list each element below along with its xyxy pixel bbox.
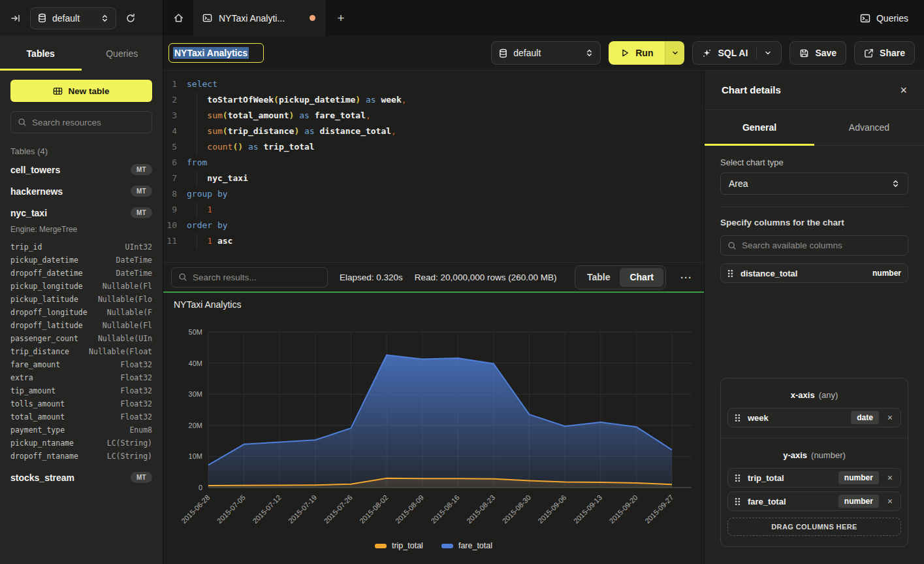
code-text: group by [187, 186, 228, 202]
column-name: passenger_count [10, 332, 78, 345]
table-view-toggle[interactable]: Table [577, 268, 620, 287]
column-type: Float32 [121, 384, 152, 397]
table-item-stocks-stream[interactable]: stocks_stream MT [0, 467, 163, 488]
column-type: DateTime [116, 254, 152, 267]
code-line[interactable]: 2 toStartOfWeek(pickup_datetime) as week… [163, 92, 704, 108]
chart-type-select[interactable]: Area [720, 173, 908, 195]
sidebar-tabs: Tables Queries [0, 36, 163, 71]
active-query-tab[interactable]: NYTaxi Analyti... [193, 0, 325, 36]
code-line[interactable]: 10order by [163, 218, 704, 233]
tab-general[interactable]: General [705, 110, 814, 145]
search-columns-input[interactable] [742, 241, 901, 250]
y-axis-title: y-axis [783, 450, 807, 460]
drag-handle-icon[interactable] [727, 269, 733, 278]
queries-panel-button[interactable]: Queries [860, 13, 908, 24]
axis-chip-label: fare_total [748, 497, 831, 506]
refresh-button[interactable] [123, 10, 138, 26]
code-text: 1 [187, 202, 212, 218]
search-icon [18, 118, 27, 127]
new-table-button[interactable]: New table [10, 80, 152, 102]
column-name: pickup_longitude [10, 280, 83, 293]
column-name: trip_id [10, 241, 42, 254]
play-icon [620, 48, 629, 58]
topbar-left: default [0, 0, 163, 36]
table-item-cell-towers[interactable]: cell_towers MT [0, 159, 163, 180]
tab-advanced[interactable]: Advanced [814, 110, 924, 145]
y-axis-chip-trip-total[interactable]: trip_total number × [727, 468, 901, 488]
read-stat: Read: 20,000,000 rows (260.00 MB) [415, 273, 557, 282]
sidebar-search [10, 111, 152, 133]
column-type-badge: date [851, 411, 879, 424]
new-table-label: New table [68, 86, 109, 96]
y-axis-chip-fare-total[interactable]: fare_total number × [727, 491, 901, 511]
run-button[interactable]: Run [609, 41, 665, 65]
run-options-button[interactable] [665, 41, 684, 65]
database-selector[interactable]: default [30, 7, 116, 29]
run-database-selector[interactable]: default [491, 41, 601, 65]
code-line[interactable]: 4 sum(trip_distance) as distance_total, [163, 124, 704, 139]
x-axis-title: x-axis [791, 390, 815, 400]
drag-columns-drop-zone[interactable]: DRAG COLUMNS HERE [727, 518, 901, 536]
save-label: Save [815, 48, 836, 58]
save-button[interactable]: Save [789, 41, 846, 65]
close-panel-button[interactable]: × [900, 84, 907, 96]
code-line[interactable]: 5 count() as trip_total [163, 139, 704, 155]
y-axis-heading: y-axis(number) [727, 450, 901, 460]
svg-text:2015-07-26: 2015-07-26 [323, 493, 354, 525]
share-button[interactable]: Share [854, 41, 915, 65]
code-line[interactable]: 1select [163, 76, 704, 92]
sidebar-tab-queries[interactable]: Queries [82, 36, 163, 71]
svg-text:20M: 20M [189, 422, 202, 429]
column-name: pickup_datetime [10, 254, 78, 267]
chart-details-header: Chart details × [705, 71, 924, 110]
search-resources-input[interactable] [32, 118, 145, 127]
home-tab[interactable] [163, 0, 193, 36]
search-results-input[interactable] [193, 273, 321, 282]
sql-editor[interactable]: 1select2 toStartOfWeek(pickup_datetime) … [163, 71, 704, 262]
table-name: stocks_stream [10, 473, 74, 483]
code-line[interactable]: 9 1 [163, 202, 704, 218]
legend-item-trip_total[interactable]: trip_total [375, 541, 423, 550]
code-line[interactable]: 11 1 asc [163, 233, 704, 249]
column-type: Float32 [121, 410, 152, 423]
sql-ai-button[interactable]: SQL AI [692, 41, 782, 65]
column-row: pickup_ntanameLC(String) [0, 437, 163, 450]
remove-column-button[interactable]: × [886, 413, 894, 422]
table-item-nyc-taxi[interactable]: nyc_taxi MT [0, 202, 163, 224]
remove-column-button[interactable]: × [886, 473, 894, 482]
drag-handle-icon[interactable] [735, 474, 741, 482]
code-line[interactable]: 8group by [163, 186, 704, 202]
svg-text:0: 0 [199, 484, 202, 491]
drag-handle-icon[interactable] [735, 497, 741, 506]
sidebar-tab-tables[interactable]: Tables [0, 36, 82, 71]
column-name: tip_amount [10, 384, 56, 397]
chevron-down-icon[interactable] [764, 49, 772, 57]
chevron-updown-icon [585, 48, 594, 58]
code-line[interactable]: 3 sum(total_amount) as fare_total, [163, 108, 704, 124]
svg-text:2015-07-12: 2015-07-12 [251, 493, 282, 525]
code-text: count() as trip_total [187, 139, 315, 155]
column-type-badge: number [838, 471, 879, 484]
x-axis-chip-week[interactable]: week date × [727, 408, 901, 427]
new-tab-button[interactable]: + [325, 0, 357, 36]
table-item-hackernews[interactable]: hackernews MT [0, 180, 163, 202]
column-name: pickup_latitude [10, 293, 78, 306]
divider [756, 47, 757, 59]
chart-view-toggle[interactable]: Chart [620, 268, 663, 287]
query-title-input[interactable]: NYTaxi Analytics [168, 43, 264, 63]
line-number: 7 [163, 171, 187, 186]
code-line[interactable]: 6from [163, 155, 704, 171]
available-column-chip-distance-total[interactable]: distance_total number [720, 263, 908, 283]
column-name: dropoff_latitude [10, 319, 83, 332]
drag-handle-icon[interactable] [735, 414, 741, 422]
legend-item-fare_total[interactable]: fare_total [441, 541, 492, 550]
collapse-sidebar-button[interactable] [8, 10, 24, 26]
engine-badge: MT [131, 472, 152, 483]
more-options-button[interactable]: ··· [678, 272, 695, 283]
code-line[interactable]: 7 nyc_taxi [163, 171, 704, 186]
columns-search [720, 235, 908, 256]
legend-swatch [375, 544, 387, 548]
remove-column-button[interactable]: × [886, 497, 894, 506]
column-type: Float32 [121, 371, 152, 384]
area-chart[interactable]: 010M20M30M40M50M2015-06-282015-07-052015… [172, 312, 695, 535]
